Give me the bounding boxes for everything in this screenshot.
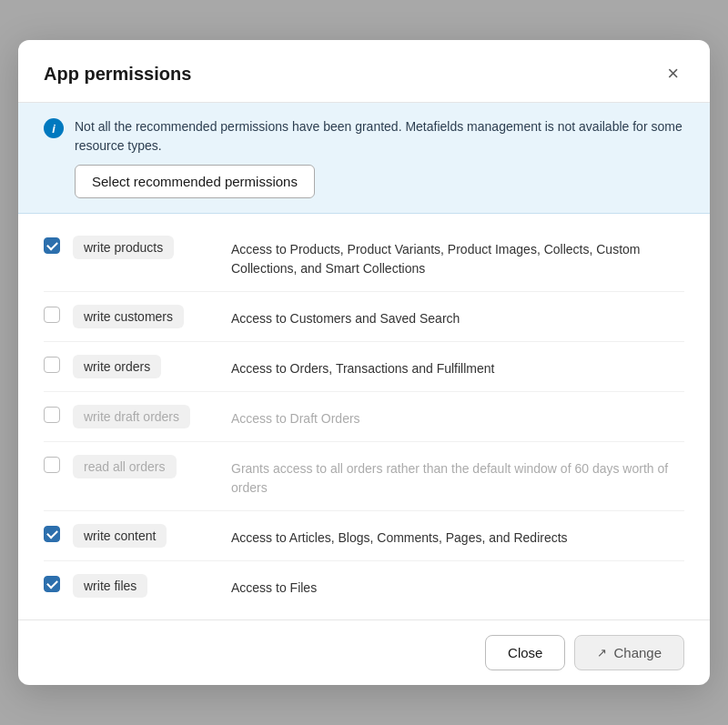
permission-row-write-customers: write customersAccess to Customers and S… [44, 292, 684, 342]
checkbox-wrap-write-content [44, 526, 60, 542]
checkbox-write-products[interactable] [44, 237, 60, 254]
app-permissions-modal: App permissions × i Not all the recommen… [18, 40, 710, 685]
permission-label-write-products: write products [73, 236, 174, 259]
change-button-label: Change [613, 645, 662, 660]
permission-label-write-draft-orders: write draft orders [73, 405, 190, 428]
external-link-icon: ↗ [597, 646, 607, 660]
checkbox-wrap-write-files [44, 576, 60, 592]
modal-title: App permissions [44, 64, 191, 85]
info-icon-wrap: i [44, 118, 64, 138]
permission-description-read-all-orders: Grants access to all orders rather than … [231, 459, 684, 498]
permission-label-write-content: write content [73, 524, 167, 548]
permission-description-write-orders: Access to Orders, Transactions and Fulfi… [231, 359, 684, 378]
permission-description-write-files: Access to Files [231, 579, 684, 598]
permissions-list: write productsAccess to Products, Produc… [18, 214, 710, 619]
permission-label-write-files: write files [73, 574, 147, 598]
permission-label-wrap-read-all-orders: read all orders [73, 455, 218, 478]
permission-label-write-customers: write customers [73, 305, 184, 328]
permission-row-write-files: write filesAccess to Files [44, 561, 684, 610]
checkbox-wrap-write-orders [44, 357, 60, 373]
checkbox-write-draft-orders[interactable] [44, 407, 60, 423]
permission-row-write-draft-orders: write draft ordersAccess to Draft Orders [44, 392, 684, 442]
info-icon: i [44, 118, 64, 138]
checkbox-wrap-read-all-orders [44, 457, 60, 473]
checkbox-read-all-orders[interactable] [44, 457, 60, 473]
permission-label-wrap-write-products: write products [73, 236, 218, 259]
permission-label-wrap-write-content: write content [73, 524, 218, 548]
permission-label-read-all-orders: read all orders [73, 455, 177, 478]
permission-label-write-orders: write orders [73, 355, 161, 378]
permission-label-wrap-write-customers: write customers [73, 305, 218, 328]
permission-row-write-products: write productsAccess to Products, Produc… [44, 223, 684, 292]
checkbox-write-customers[interactable] [44, 307, 60, 323]
modal-header: App permissions × [18, 40, 710, 103]
permission-row-write-content: write contentAccess to Articles, Blogs, … [44, 511, 684, 561]
permission-description-write-draft-orders: Access to Draft Orders [231, 409, 684, 428]
select-recommended-button[interactable]: Select recommended permissions [75, 165, 315, 198]
permission-row-write-orders: write ordersAccess to Orders, Transactio… [44, 342, 684, 392]
permission-description-write-content: Access to Articles, Blogs, Comments, Pag… [231, 529, 684, 548]
checkbox-write-content[interactable] [44, 526, 60, 542]
permission-row-read-all-orders: read all ordersGrants access to all orde… [44, 442, 684, 511]
modal-footer: Close ↗ Change [18, 619, 710, 685]
checkbox-write-orders[interactable] [44, 357, 60, 373]
change-button[interactable]: ↗ Change [574, 635, 684, 670]
info-banner: i Not all the recommended permissions ha… [18, 103, 710, 214]
banner-message: Not all the recommended permissions have… [75, 117, 684, 156]
close-button[interactable]: Close [485, 635, 565, 670]
permission-label-wrap-write-draft-orders: write draft orders [73, 405, 218, 428]
permission-label-wrap-write-files: write files [73, 574, 218, 598]
checkbox-wrap-write-customers [44, 307, 60, 323]
modal-close-button[interactable]: × [662, 62, 684, 86]
permission-label-wrap-write-orders: write orders [73, 355, 218, 378]
modal-overlay: App permissions × i Not all the recommen… [0, 0, 728, 725]
checkbox-wrap-write-products [44, 237, 60, 254]
checkbox-wrap-write-draft-orders [44, 407, 60, 423]
permission-description-write-customers: Access to Customers and Saved Search [231, 309, 684, 328]
info-text-block: Not all the recommended permissions have… [75, 117, 684, 198]
checkbox-write-files[interactable] [44, 576, 60, 592]
permission-description-write-products: Access to Products, Product Variants, Pr… [231, 240, 684, 278]
